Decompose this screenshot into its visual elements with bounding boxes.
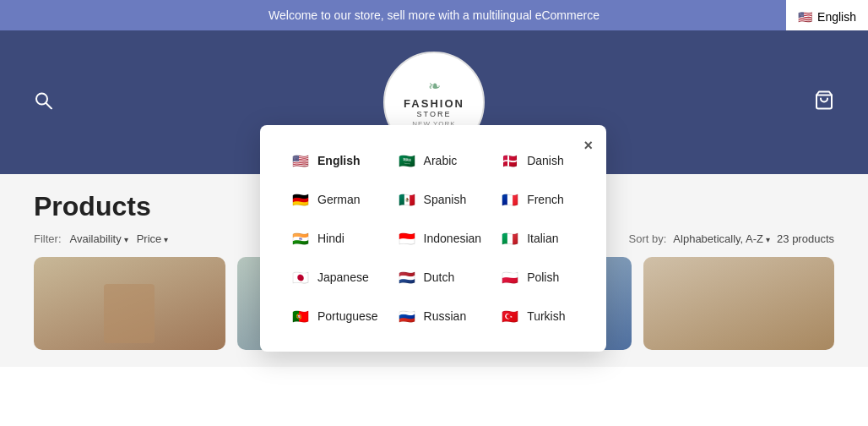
language-item-da[interactable]: 🇩🇰Danish [493, 145, 583, 176]
language-item-fr[interactable]: 🇫🇷French [493, 184, 583, 215]
flag-icon-pt: 🇵🇹 [290, 306, 311, 326]
language-item-pl[interactable]: 🇵🇱Polish [493, 262, 583, 292]
flag-icon-ru: 🇷🇺 [397, 306, 417, 326]
language-label-de: German [317, 193, 361, 206]
language-item-ru[interactable]: 🇷🇺Russian [390, 301, 489, 331]
flag-icon-nl: 🇳🇱 [397, 267, 417, 287]
language-label-hi: Hindi [317, 232, 344, 245]
flag-icon-da: 🇩🇰 [500, 150, 520, 171]
language-item-tr[interactable]: 🇹🇷Turkish [493, 301, 583, 331]
flag-icon-tr: 🇹🇷 [500, 306, 520, 326]
modal-overlay: × 🇺🇸English🇸🇦Arabic🇩🇰Danish🇩🇪German🇲🇽Spa… [0, 0, 868, 426]
language-item-es[interactable]: 🇲🇽Spanish [390, 184, 489, 215]
flag-icon-ja: 🇯🇵 [290, 267, 311, 287]
language-item-id[interactable]: 🇮🇩Indonesian [390, 223, 489, 254]
language-label-pt: Portuguese [317, 309, 378, 323]
language-label-en: English [317, 154, 361, 167]
language-item-hi[interactable]: 🇮🇳Hindi [284, 223, 385, 254]
language-label-ja: Japanese [317, 270, 369, 284]
flag-icon-pl: 🇵🇱 [500, 267, 520, 287]
flag-icon-id: 🇮🇩 [397, 228, 417, 248]
language-modal: × 🇺🇸English🇸🇦Arabic🇩🇰Danish🇩🇪German🇲🇽Spa… [260, 125, 606, 352]
language-label-pl: Polish [527, 270, 559, 284]
language-item-en[interactable]: 🇺🇸English [284, 145, 385, 176]
language-item-nl[interactable]: 🇳🇱Dutch [390, 262, 489, 292]
language-label-ru: Russian [424, 309, 467, 323]
flag-icon-es: 🇲🇽 [397, 189, 417, 210]
language-item-it[interactable]: 🇮🇹Italian [493, 223, 583, 254]
language-grid: 🇺🇸English🇸🇦Arabic🇩🇰Danish🇩🇪German🇲🇽Spani… [284, 145, 583, 331]
language-label-tr: Turkish [527, 309, 565, 323]
language-label-da: Danish [527, 154, 564, 167]
flag-icon-it: 🇮🇹 [500, 228, 520, 248]
flag-icon-hi: 🇮🇳 [290, 228, 311, 248]
language-item-pt[interactable]: 🇵🇹Portuguese [284, 301, 385, 331]
language-label-nl: Dutch [424, 270, 455, 284]
language-label-fr: French [527, 193, 564, 206]
modal-close-button[interactable]: × [583, 137, 593, 155]
flag-icon-en: 🇺🇸 [290, 150, 311, 171]
flag-icon-de: 🇩🇪 [290, 189, 311, 210]
language-item-ja[interactable]: 🇯🇵Japanese [284, 262, 385, 292]
language-item-ar[interactable]: 🇸🇦Arabic [390, 145, 489, 176]
language-label-ar: Arabic [424, 154, 458, 167]
language-label-es: Spanish [424, 193, 467, 206]
flag-icon-ar: 🇸🇦 [397, 150, 417, 171]
flag-icon-fr: 🇫🇷 [500, 189, 520, 210]
language-label-it: Italian [527, 232, 558, 245]
language-label-id: Indonesian [424, 232, 482, 245]
language-item-de[interactable]: 🇩🇪German [284, 184, 385, 215]
